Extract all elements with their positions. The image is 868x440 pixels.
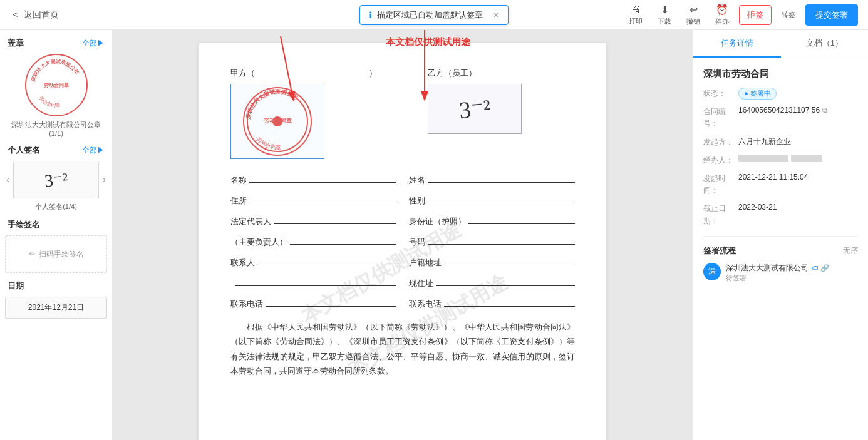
personal-sig-header: 个人签名 全部▶ <box>5 145 107 156</box>
fullname-line <box>428 171 575 183</box>
submit-button[interactable]: 提交签署 <box>805 4 858 26</box>
signing-flow-header: 签署流程 无序 <box>703 245 858 257</box>
household-line <box>444 254 575 265</box>
back-button[interactable]: ＜ 返回首页 <box>10 8 59 21</box>
tab-document[interactable]: 文档（1） <box>781 30 869 58</box>
field-main-resp: （主要负责人） <box>230 233 396 248</box>
status-badge: ● 签署中 <box>738 88 777 100</box>
handwrite-header: 手绘签名 <box>5 219 107 230</box>
code-label: 号码 <box>409 237 425 248</box>
toast-area: ℹ 描定区域已自动加盖默认签章 ✕ <box>359 5 509 25</box>
gender-label: 性别 <box>409 195 425 207</box>
tab-task-details[interactable]: 任务详情 <box>693 30 781 58</box>
code-line <box>428 233 575 245</box>
svg-text:劳动合同章: 劳动合同章 <box>255 135 281 150</box>
revoke-button[interactable]: ↩ 撤销 <box>681 1 705 29</box>
sig-label: 个人签名(1/4) <box>5 202 107 212</box>
reject-button[interactable]: 拒签 <box>739 5 772 25</box>
sig-next-button[interactable]: › <box>101 173 107 187</box>
info-row-sender: 发起方： 六月十九新企业 <box>703 136 858 148</box>
doc-area: 本文档仅供测试用途 本文档仅供测试用途 本文档仅供测试用途 <box>113 30 693 440</box>
print-icon: 🖨 <box>631 4 641 15</box>
gender-line <box>428 192 575 203</box>
form-row-6: 现住址 <box>230 275 575 289</box>
print-label: 打印 <box>629 16 643 26</box>
employee-signature-box[interactable]: 3⁻² <box>428 84 522 134</box>
toast-close-icon[interactable]: ✕ <box>493 11 499 19</box>
pencil-icon: ✏ <box>29 250 35 258</box>
info-row-start-time: 发起时间： 2021-12-21 11.15.04 <box>703 173 858 197</box>
legal-rep-line <box>274 213 396 224</box>
manager-label: 经办人： <box>703 155 738 166</box>
form-row-5: 联系人 户籍地址 <box>230 254 575 269</box>
svg-text:劳动合同章: 劳动合同章 <box>263 117 292 124</box>
toolbar: ＜ 返回首页 ℹ 描定区域已自动加盖默认签章 ✕ 🖨 打印 ⬇ 下载 ↩ 撤销 <box>0 0 868 30</box>
form-row-1: 名称 姓名 <box>230 171 575 186</box>
back-label: 返回首页 <box>24 9 59 21</box>
party-right: 乙方（员工） 3⁻² <box>428 68 575 134</box>
field-name: 名称 <box>230 171 396 186</box>
toast-notification: ℹ 描定区域已自动加盖默认签章 ✕ <box>359 5 509 25</box>
field-empty <box>230 275 396 289</box>
field-phone: 联系电话 <box>230 295 396 310</box>
download-button[interactable]: ⬇ 下载 <box>653 1 676 29</box>
handwrite-title: 手绘签名 <box>8 219 40 230</box>
sig-prev-button[interactable]: ‹ <box>5 173 11 187</box>
field-fullname: 姓名 <box>409 171 575 186</box>
phone2-label: 联系电话 <box>409 299 442 310</box>
urge-icon: ⏰ <box>716 4 728 16</box>
toolbar-right: 🖨 打印 ⬇ 下载 ↩ 撤销 ⏰ 催办 拒签 转签 提交签署 <box>624 1 858 29</box>
field-phone2: 联系电话 <box>409 295 575 310</box>
signature-box[interactable]: 3⁻² <box>13 161 98 198</box>
copy-icon[interactable]: ⧉ <box>822 106 828 115</box>
stamp-section-header: 盖章 全部▶ <box>5 38 107 49</box>
start-time-label: 发起时间： <box>703 173 738 197</box>
contact-line <box>257 254 396 265</box>
right-tabs: 任务详情 文档（1） <box>693 30 868 58</box>
date-header: 日期 <box>5 280 107 292</box>
personal-sig-all[interactable]: 全部▶ <box>82 145 105 156</box>
revoke-label: 撤销 <box>686 17 700 26</box>
signing-avatar: 深 <box>703 263 721 280</box>
sender-value: 六月十九新企业 <box>738 136 858 147</box>
app-container: ＜ 返回首页 ℹ 描定区域已自动加盖默认签章 ✕ 🖨 打印 ⬇ 下载 ↩ 撤销 <box>0 0 868 440</box>
personal-sig-container: ‹ 3⁻² › <box>5 161 107 198</box>
field-id: 身份证（护照） <box>409 213 575 227</box>
svg-text:深圳法大大测试有限公司: 深圳法大大测试有限公司 <box>30 59 80 82</box>
left-sidebar: 盖章 全部▶ 深圳法大 <box>0 30 113 440</box>
status-label: 状态： <box>703 88 738 100</box>
right-sidebar: 任务详情 文档（1） 深圳市劳动合同 状态： ● 签署中 合同编号： 16400… <box>693 30 868 440</box>
urge-button[interactable]: ⏰ 催办 <box>710 1 734 29</box>
form-row-4: （主要负责人） 号码 <box>230 233 575 248</box>
handwrite-box[interactable]: ✏ 扫码手绘签名 <box>5 235 107 273</box>
revoke-icon: ↩ <box>690 4 698 16</box>
back-arrow-icon: ＜ <box>10 8 20 21</box>
link-icon[interactable]: 🔗 <box>820 264 829 272</box>
stamp-all-button[interactable]: 全部▶ <box>82 38 105 49</box>
stamp-section: 盖章 全部▶ 深圳法大 <box>5 38 107 137</box>
field-contact: 联系人 <box>230 254 396 269</box>
field-current-addr: 现住址 <box>409 275 575 289</box>
deadline-label: 截止日期： <box>703 203 738 227</box>
deadline-value: 2022-03-21 <box>738 203 858 212</box>
name-label: 名称 <box>230 175 247 186</box>
stamp-circle: 深圳法大大测试有限公司 劳动合同章 劳动合同章 <box>25 54 88 116</box>
personal-sig-section: 个人签名 全部▶ ‹ 3⁻² › 个人签名(1/4) <box>5 145 107 212</box>
doc-content: 本文档仅供测试用途 本文档仅供测试用途 本文档仅供测试用途 <box>113 30 693 440</box>
stamp-item[interactable]: 深圳法大大测试有限公司 劳动合同章 劳动合同章 深圳法大大测试有限公司公章(1/… <box>5 54 107 137</box>
company-stamp-placeholder[interactable]: 深圳法大大测试有限公司 劳动合同章 劳动合同章 <box>230 84 324 159</box>
field-code: 号码 <box>409 233 575 248</box>
sender-label: 发起方： <box>703 136 738 148</box>
transfer-label: 转签 <box>782 10 795 19</box>
form-row-2: 住所 性别 <box>230 192 575 207</box>
print-button[interactable]: 🖨 打印 <box>624 1 648 28</box>
field-address: 住所 <box>230 192 396 207</box>
date-section: 日期 2021年12月21日 <box>5 280 107 319</box>
doc-page: 本文档仅供测试用途 本文档仅供测试用途 <box>199 43 606 440</box>
date-box[interactable]: 2021年12月21日 <box>5 297 107 319</box>
svg-text:劳动合同章: 劳动合同章 <box>44 82 69 88</box>
handwrite-section: 手绘签名 ✏ 扫码手绘签名 <box>5 219 107 273</box>
transfer-button[interactable]: 转签 <box>777 8 800 22</box>
tag-icon[interactable]: 🏷 <box>811 264 818 272</box>
address-line <box>249 192 396 203</box>
